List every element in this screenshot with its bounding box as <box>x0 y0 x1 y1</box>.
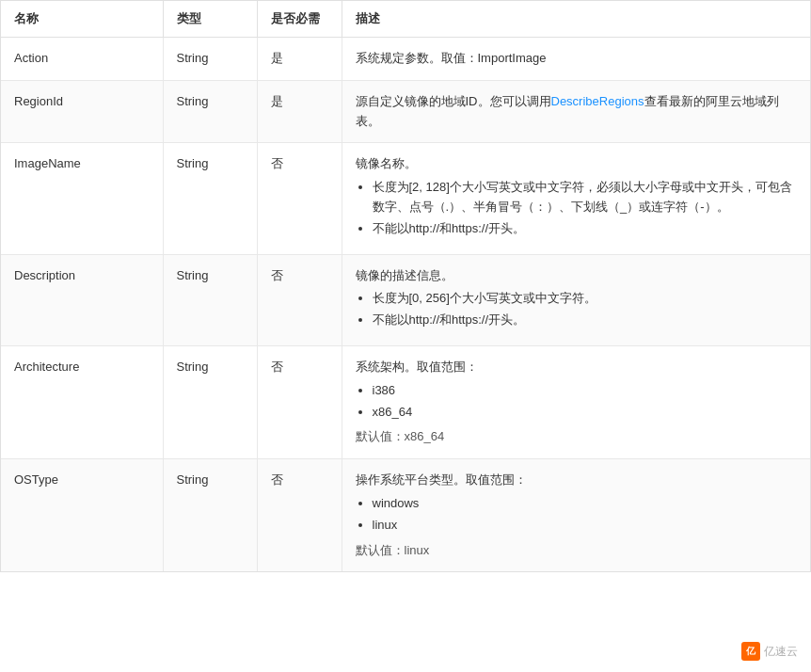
cell-description: 源自定义镜像的地域ID。您可以调用DescribeRegions查看最新的阿里云… <box>342 80 810 143</box>
cell-name: OSType <box>1 459 163 572</box>
cell-name: Architecture <box>1 345 163 458</box>
cell-name: ImageName <box>1 143 163 254</box>
cell-required: 否 <box>257 459 342 572</box>
table-row: ImageNameString否镜像名称。长度为[2, 128]个大小写英文或中… <box>1 143 810 254</box>
cell-type: String <box>163 254 257 345</box>
desc-bullet-item: 长度为[0, 256]个大小写英文或中文字符。 <box>373 289 798 309</box>
cell-name: Description <box>1 254 163 345</box>
desc-intro: 镜像的描述信息。 <box>356 266 798 286</box>
cell-type: String <box>163 80 257 143</box>
table-row: ActionString是系统规定参数。取值：ImportImage <box>1 38 810 81</box>
desc-bullet-item: 长度为[2, 128]个大小写英文或中文字符，必须以大小字母或中文开头，可包含数… <box>373 178 798 217</box>
header-required: 是否必需 <box>257 1 342 38</box>
cell-required: 是 <box>257 38 342 81</box>
cell-required: 是 <box>257 80 342 143</box>
desc-intro: 系统架构。取值范围： <box>356 358 798 377</box>
desc-bullet-item: linux <box>373 516 798 536</box>
cell-description: 操作系统平台类型。取值范围：windowslinux默认值：linux <box>342 459 810 572</box>
cell-description: 镜像名称。长度为[2, 128]个大小写英文或中文字符，必须以大小字母或中文开头… <box>342 143 810 254</box>
table-header-row: 名称 类型 是否必需 描述 <box>1 1 810 38</box>
desc-bullet-list: 长度为[2, 128]个大小写英文或中文字符，必须以大小字母或中文开头，可包含数… <box>356 178 798 238</box>
desc-bullet-item: 不能以http://和https://开头。 <box>373 219 798 239</box>
cell-required: 否 <box>257 143 342 254</box>
cell-name: Action <box>1 38 163 81</box>
cell-type: String <box>163 143 257 254</box>
cell-type: String <box>163 345 257 458</box>
header-desc: 描述 <box>342 1 810 38</box>
cell-type: String <box>163 38 257 81</box>
table-row: DescriptionString否镜像的描述信息。长度为[0, 256]个大小… <box>1 254 810 345</box>
cell-type: String <box>163 459 257 572</box>
table-row: RegionIdString是源自定义镜像的地域ID。您可以调用Describe… <box>1 80 810 143</box>
desc-bullet-list: i386x86_64 <box>356 381 798 423</box>
desc-bullet-item: 不能以http://和https://开头。 <box>373 311 798 330</box>
watermark: 亿 亿速云 <box>741 642 798 661</box>
desc-default: 默认值：x86_64 <box>356 427 798 447</box>
desc-intro: 操作系统平台类型。取值范围： <box>356 471 798 490</box>
desc-bullet-list: windowslinux <box>356 494 798 536</box>
desc-text: 源自定义镜像的地域ID。您可以调用 <box>356 94 551 108</box>
desc-bullet-item: i386 <box>373 381 798 401</box>
header-name: 名称 <box>1 1 163 38</box>
cell-name: RegionId <box>1 80 163 143</box>
watermark-logo: 亿 <box>741 642 760 661</box>
api-params-table: 名称 类型 是否必需 描述 ActionString是系统规定参数。取值：Imp… <box>0 0 811 572</box>
cell-description: 系统规定参数。取值：ImportImage <box>342 38 810 81</box>
desc-intro: 镜像名称。 <box>356 154 798 174</box>
header-type: 类型 <box>163 1 257 38</box>
desc-bullet-item: windows <box>373 494 798 514</box>
watermark-text: 亿速云 <box>764 644 798 660</box>
cell-description: 镜像的描述信息。长度为[0, 256]个大小写英文或中文字符。不能以http:/… <box>342 254 810 345</box>
desc-bullet-item: x86_64 <box>373 403 798 423</box>
table-row: ArchitectureString否系统架构。取值范围：i386x86_64默… <box>1 345 810 458</box>
table-row: OSTypeString否操作系统平台类型。取值范围：windowslinux默… <box>1 459 810 572</box>
cell-required: 否 <box>257 254 342 345</box>
cell-description: 系统架构。取值范围：i386x86_64默认值：x86_64 <box>342 345 810 458</box>
desc-bullet-list: 长度为[0, 256]个大小写英文或中文字符。不能以http://和https:… <box>356 289 798 330</box>
desc-link[interactable]: DescribeRegions <box>551 94 644 108</box>
cell-required: 否 <box>257 345 342 458</box>
desc-default: 默认值：linux <box>356 541 798 561</box>
